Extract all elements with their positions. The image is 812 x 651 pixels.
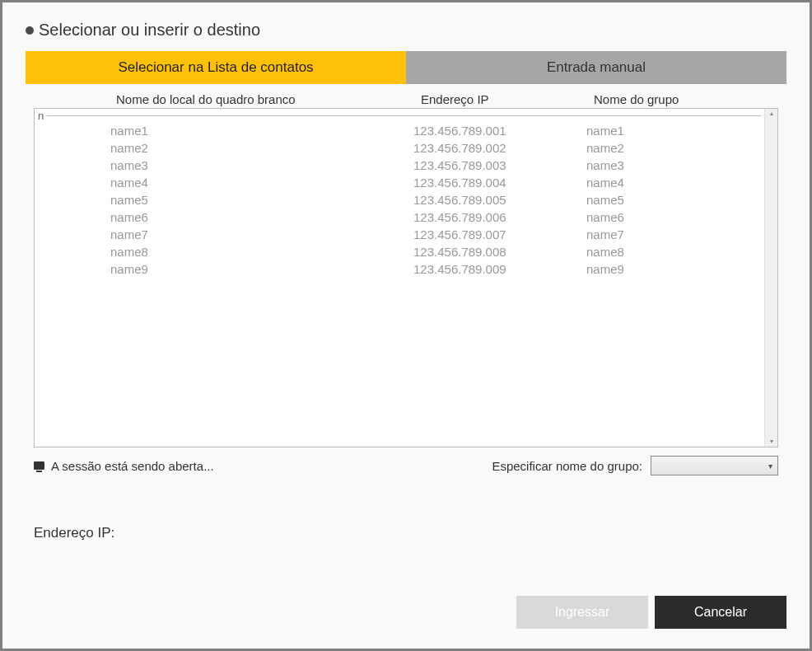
- row-ip-address: 123.456.789.008: [413, 245, 586, 259]
- row-ip-address: 123.456.789.005: [413, 193, 586, 207]
- row-ip-address: 123.456.789.002: [413, 141, 586, 155]
- cancel-button[interactable]: Cancelar: [655, 596, 786, 629]
- dialog-window: Selecionar ou inserir o destino Selecion…: [2, 2, 810, 649]
- header-ip-address: Endereço IP: [421, 92, 594, 106]
- dialog-buttons: Ingressar Cancelar: [26, 596, 786, 629]
- row-group-name: name8: [586, 245, 764, 259]
- row-whiteboard-name: name3: [35, 158, 413, 172]
- group-spec: Especificar nome do grupo: ▾: [492, 456, 778, 475]
- row-ip-address: 123.456.789.004: [413, 176, 586, 190]
- list-item[interactable]: name8123.456.789.008name8: [35, 243, 764, 260]
- bullet-icon: [26, 26, 34, 35]
- join-button[interactable]: Ingressar: [516, 596, 648, 629]
- ip-address-label: Endereço IP:: [34, 525, 114, 541]
- list-item[interactable]: name7123.456.789.007name7: [35, 226, 764, 243]
- row-group-name: name7: [586, 227, 764, 241]
- list-item[interactable]: name4123.456.789.004name4: [35, 174, 764, 191]
- ip-address-row: Endereço IP:: [34, 525, 778, 541]
- list-item[interactable]: name5123.456.789.005name5: [35, 191, 764, 208]
- row-group-name: name3: [586, 158, 764, 172]
- row-whiteboard-name: name7: [35, 227, 413, 241]
- list-item[interactable]: name9123.456.789.009name9: [35, 260, 764, 278]
- row-whiteboard-name: name4: [35, 176, 413, 190]
- row-group-name: name5: [586, 193, 764, 207]
- scroll-down-icon[interactable]: ▾: [770, 438, 773, 445]
- row-group-name: name6: [586, 210, 764, 224]
- row-ip-address: 123.456.789.001: [413, 124, 586, 138]
- group-divider: n: [35, 109, 764, 122]
- column-headers: Nome do local do quadro branco Endereço …: [26, 92, 786, 106]
- row-ip-address: 123.456.789.007: [413, 227, 586, 241]
- status-row: A sessão está sendo aberta... Especifica…: [34, 456, 778, 475]
- list-item[interactable]: name2123.456.789.002name2: [35, 139, 764, 157]
- row-whiteboard-name: name8: [35, 245, 413, 259]
- row-ip-address: 123.456.789.003: [413, 158, 586, 172]
- tab-bar: Selecionar na Lista de contatos Entrada …: [26, 51, 786, 84]
- listbox-scroll-area[interactable]: n name1123.456.789.001name1name2123.456.…: [35, 109, 764, 447]
- list-item[interactable]: name3123.456.789.003name3: [35, 157, 764, 174]
- vertical-scrollbar[interactable]: ▴ ▾: [764, 109, 777, 447]
- session-status-text: A sessão está sendo aberta...: [51, 459, 214, 473]
- session-status: A sessão está sendo aberta...: [34, 459, 214, 473]
- group-name-dropdown[interactable]: ▾: [651, 456, 778, 475]
- list-item[interactable]: name1123.456.789.001name1: [35, 122, 764, 139]
- title-bar: Selecionar ou inserir o destino: [2, 2, 810, 51]
- row-whiteboard-name: name6: [35, 210, 413, 224]
- row-whiteboard-name: name9: [35, 262, 413, 276]
- group-spec-label: Especificar nome do grupo:: [492, 459, 642, 473]
- tab-contacts-list[interactable]: Selecionar na Lista de contatos: [26, 51, 406, 84]
- row-ip-address: 123.456.789.009: [413, 262, 586, 276]
- group-marker-label: n: [38, 110, 44, 122]
- monitor-icon: [34, 461, 44, 470]
- row-group-name: name1: [586, 124, 764, 138]
- row-group-name: name2: [586, 141, 764, 155]
- header-group-name: Nome do grupo: [594, 92, 778, 106]
- chevron-down-icon: ▾: [768, 461, 772, 471]
- row-whiteboard-name: name1: [35, 124, 413, 138]
- row-ip-address: 123.456.789.006: [413, 210, 586, 224]
- header-whiteboard-name: Nome do local do quadro branco: [34, 92, 421, 106]
- scroll-up-icon[interactable]: ▴: [770, 110, 773, 117]
- row-whiteboard-name: name5: [35, 193, 413, 207]
- row-group-name: name9: [586, 262, 764, 276]
- dialog-title: Selecionar ou inserir o destino: [39, 21, 260, 40]
- contacts-listbox: n name1123.456.789.001name1name2123.456.…: [34, 108, 778, 447]
- row-whiteboard-name: name2: [35, 141, 413, 155]
- tab-manual-entry[interactable]: Entrada manual: [406, 51, 786, 84]
- divider-line: [47, 115, 761, 116]
- list-item[interactable]: name6123.456.789.006name6: [35, 208, 764, 226]
- row-group-name: name4: [586, 176, 764, 190]
